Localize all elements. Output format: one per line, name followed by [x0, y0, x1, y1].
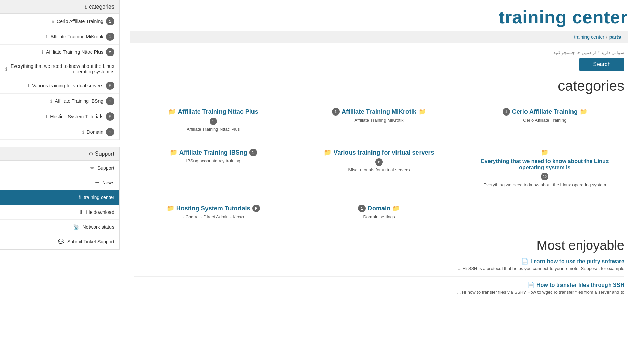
sidebar-domain-badge: 1: [106, 128, 114, 136]
search-hint: سوالی دارید ؟ از همین جا جستجو کنید: [134, 50, 624, 55]
category-card-ibsng[interactable]: 📁 Affiliate Training IBSng 1 IBSng accou…: [134, 144, 293, 193]
sidebar-ibsng-label: Affiliate Training IBSng: [55, 98, 103, 104]
sidebar-virtual-label: Various training for virtual servers: [32, 83, 103, 88]
sidebar-network-label: Network status: [82, 224, 114, 230]
ssh-link[interactable]: How to transfer files through SSH: [536, 282, 624, 288]
category-linux-title: 📁 Everything that we need to know about …: [471, 149, 619, 180]
category-card-hosting[interactable]: 📁 Hosting System Tutorials P - Cpanel - …: [134, 199, 293, 225]
mikrotik-info-icon: ℹ: [46, 34, 48, 39]
sidebar-support-item-label: Support: [97, 165, 114, 171]
sidebar-cerio-label: Cerio Affiliate Training: [57, 19, 103, 24]
putty-link[interactable]: Learn how to use the putty software: [530, 258, 624, 265]
mikrotik-grid-badge: 1: [332, 108, 340, 116]
support-edit-icon: ✏: [90, 165, 95, 171]
sidebar-categories-header: ℹ categories: [0, 0, 119, 14]
sidebar-item-hosting[interactable]: ℹ Hosting System Tutorials ۲: [0, 109, 119, 124]
virtual-grid-badge: P: [375, 158, 383, 166]
cerio-folder-icon: 📁: [580, 108, 587, 116]
sidebar-item-cerio[interactable]: ℹ Cerio Affiliate Training 1: [0, 14, 119, 29]
virtual-info-icon: ℹ: [28, 83, 29, 88]
sidebar-item-training-center[interactable]: ℹ training center: [0, 190, 119, 205]
category-nttac-title: 📁 Affiliate Training Nttac Plus: [139, 108, 287, 116]
cerio-grid-badge: 1: [503, 108, 510, 116]
ibsng-grid-badge: 1: [249, 149, 257, 156]
sidebar-item-support[interactable]: ✏ Support: [0, 161, 119, 175]
sidebar-categories-label: categories: [89, 4, 114, 10]
nttac-info-icon: ℹ: [42, 50, 43, 55]
category-hosting-title: 📁 Hosting System Tutorials P: [139, 205, 287, 212]
sidebar-support-header: ⚙ Support: [0, 147, 119, 161]
hosting-folder-icon: 📁: [167, 205, 174, 212]
category-card-linux[interactable]: 📁 Everything that we need to know about …: [465, 144, 624, 193]
most-enjoyable-section: Most enjoyable 📄 Learn how to use the pu…: [130, 238, 628, 295]
cerio-grid-desc: Cerio Affiliate Training: [471, 118, 619, 123]
mikrotik-folder-icon: 📁: [418, 108, 426, 116]
category-card-domain[interactable]: 1 Domain 📁 Domain settings: [299, 199, 458, 225]
domain-folder-icon: 📁: [392, 205, 400, 212]
category-card-nttac[interactable]: 📁 Affiliate Training Nttac Plus ۲ Affili…: [134, 103, 293, 137]
sidebar-item-submit-ticket[interactable]: 💬 Submit Ticket Support: [0, 234, 119, 249]
category-ibsng-title: 📁 Affiliate Training IBSng 1: [139, 149, 287, 156]
sidebar-domain-label: Domain: [87, 129, 103, 135]
linux-grid-desc: Everything we need to know about the Lin…: [471, 182, 619, 187]
category-placeholder: [465, 199, 624, 225]
breadcrumb-parent[interactable]: training center: [574, 34, 604, 40]
sidebar-news-label: News: [102, 180, 114, 185]
news-list-icon: ☰: [95, 180, 99, 186]
sidebar-item-file-download[interactable]: ⬇ file download: [0, 205, 119, 220]
sidebar-item-linux[interactable]: ℹ Everything that we need to know about …: [0, 60, 119, 78]
domain-grid-desc: Domain settings: [305, 214, 453, 219]
sidebar-mikrotik-badge: 1: [106, 33, 114, 41]
sidebar-item-virtual[interactable]: ℹ Various training for virtual servers ۳: [0, 78, 119, 94]
domain-grid-badge: 1: [358, 205, 366, 212]
categories-grid: 📁 Affiliate Training Nttac Plus ۲ Affili…: [130, 99, 628, 228]
linux-info-icon: ℹ: [5, 66, 7, 72]
breadcrumb-separator: /: [606, 34, 607, 40]
sidebar-categories-section: ℹ categories ℹ Cerio Affiliate Training …: [0, 0, 120, 140]
sidebar-item-news[interactable]: ☰ News: [0, 175, 119, 190]
category-card-mikrotik[interactable]: 1 Affiliate Training MiKrotik 📁 Affiliat…: [299, 103, 458, 137]
categories-heading: categories: [130, 78, 628, 94]
categories-info-icon[interactable]: ℹ: [85, 4, 87, 10]
sidebar-file-download-label: file download: [86, 209, 114, 215]
sidebar-item-network-status[interactable]: 📡 Network status: [0, 220, 119, 234]
search-button[interactable]: Search: [579, 58, 624, 71]
page-title-area: training center: [130, 7, 628, 27]
cerio-info-icon: ℹ: [52, 19, 54, 24]
sidebar-nttac-badge: ۲: [106, 48, 114, 56]
mikrotik-grid-desc: Affiliate Training MiKrotik: [305, 118, 453, 123]
ssh-title-row: 📄 How to transfer files through SSH: [134, 282, 624, 288]
sidebar-ticket-label: Submit Ticket Support: [67, 239, 114, 244]
main-content: training center training center / parts …: [120, 0, 638, 364]
sidebar-mikrotik-label: Affiliate Training MiKrotik: [50, 34, 103, 39]
putty-title-row: 📄 Learn how to use the putty software: [134, 258, 624, 265]
breadcrumb-current: parts: [609, 34, 621, 40]
nttac-folder-icon: 📁: [168, 108, 176, 116]
sidebar: ℹ categories ℹ Cerio Affiliate Training …: [0, 0, 120, 364]
sidebar-support-label: Support: [95, 151, 114, 157]
category-cerio-title: 1 Cerio Affiliate Training 📁: [471, 108, 619, 116]
most-enjoyable-heading: Most enjoyable: [134, 238, 624, 253]
category-card-cerio[interactable]: 1 Cerio Affiliate Training 📁 Cerio Affil…: [465, 103, 624, 137]
domain-info-icon: ℹ: [82, 130, 84, 135]
sidebar-item-nttac[interactable]: ℹ Affiliate Training Nttac Plus ۲: [0, 45, 119, 60]
download-icon: ⬇: [79, 209, 83, 215]
sidebar-item-ibsng[interactable]: ℹ Affiliate Training IBSng 1: [0, 94, 119, 109]
category-virtual-title: 📁 Various training for virtual servers: [305, 149, 453, 156]
sidebar-item-domain[interactable]: ℹ Domain 1: [0, 124, 119, 140]
sidebar-ibsng-badge: 1: [106, 97, 114, 105]
support-gear-icon: ⚙: [88, 151, 93, 157]
category-mikrotik-title: 1 Affiliate Training MiKrotik 📁: [305, 108, 453, 116]
page-title: training center: [130, 7, 628, 27]
divider-1: [134, 276, 624, 277]
putty-desc: ... Hi SSH is a protocol that helps you …: [134, 266, 624, 271]
nttac-grid-desc: Affiliate Training Nttac Plus: [139, 126, 287, 132]
sidebar-item-mikrotik[interactable]: ℹ Affiliate Training MiKrotik 1: [0, 29, 119, 45]
ticket-chat-icon: 💬: [58, 239, 64, 245]
ibsng-folder-icon: 📁: [170, 149, 177, 156]
enjoyable-item-ssh: 📄 How to transfer files through SSH ... …: [134, 282, 624, 295]
sidebar-hosting-label: Hosting System Tutorials: [50, 114, 103, 119]
hosting-grid-desc: - Cpanel - Direct Admin - Kloxo: [139, 214, 287, 219]
category-card-virtual[interactable]: 📁 Various training for virtual servers P…: [299, 144, 458, 193]
sidebar-cerio-badge: 1: [106, 17, 114, 25]
